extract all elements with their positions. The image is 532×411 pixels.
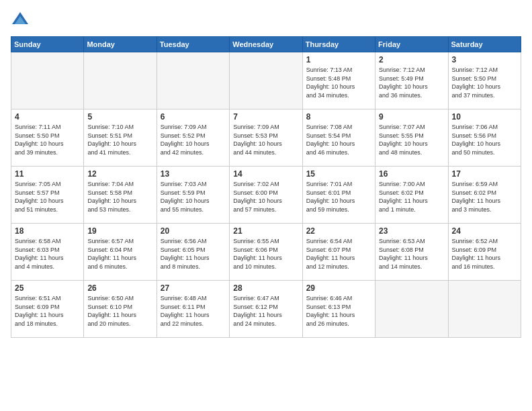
day-info: Sunrise: 7:05 AMSunset: 5:57 PMDaylight:… — [15, 180, 80, 214]
calendar-cell: 11Sunrise: 7:05 AMSunset: 5:57 PMDayligh… — [11, 167, 84, 224]
day-number: 1 — [306, 55, 371, 64]
calendar-cell: 23Sunrise: 6:53 AMSunset: 6:08 PMDayligh… — [375, 224, 448, 281]
day-info: Sunrise: 7:13 AMSunset: 5:48 PMDaylight:… — [306, 66, 371, 99]
day-info: Sunrise: 6:56 AMSunset: 6:05 PMDaylight:… — [161, 237, 226, 271]
calendar-cell: 9Sunrise: 7:07 AMSunset: 5:55 PMDaylight… — [375, 109, 448, 167]
day-number: 6 — [161, 112, 226, 122]
calendar-cell — [84, 52, 157, 109]
calendar-cell: 22Sunrise: 6:54 AMSunset: 6:07 PMDayligh… — [302, 224, 375, 281]
calendar-cell: 27Sunrise: 6:48 AMSunset: 6:11 PMDayligh… — [157, 281, 229, 338]
calendar-cell: 8Sunrise: 7:08 AMSunset: 5:54 PMDaylight… — [302, 109, 375, 167]
day-number: 23 — [379, 226, 444, 236]
day-number: 9 — [379, 112, 444, 122]
day-info: Sunrise: 7:03 AMSunset: 5:59 PMDaylight:… — [161, 180, 226, 214]
day-number: 19 — [87, 226, 152, 236]
calendar-cell: 19Sunrise: 6:57 AMSunset: 6:04 PMDayligh… — [84, 224, 157, 281]
day-info: Sunrise: 7:07 AMSunset: 5:55 PMDaylight:… — [379, 123, 444, 156]
day-number: 11 — [15, 169, 80, 179]
day-info: Sunrise: 6:51 AMSunset: 6:09 PMDaylight:… — [15, 294, 80, 328]
day-number: 8 — [306, 112, 371, 122]
day-info: Sunrise: 6:57 AMSunset: 6:04 PMDaylight:… — [87, 237, 152, 271]
day-info: Sunrise: 6:50 AMSunset: 6:10 PMDaylight:… — [87, 294, 152, 328]
calendar-cell: 13Sunrise: 7:03 AMSunset: 5:59 PMDayligh… — [157, 167, 229, 224]
week-row-5: 25Sunrise: 6:51 AMSunset: 6:09 PMDayligh… — [11, 281, 521, 338]
day-info: Sunrise: 6:53 AMSunset: 6:08 PMDaylight:… — [379, 237, 444, 271]
calendar-cell: 25Sunrise: 6:51 AMSunset: 6:09 PMDayligh… — [11, 281, 84, 338]
day-info: Sunrise: 7:00 AMSunset: 6:02 PMDaylight:… — [379, 180, 444, 214]
day-info: Sunrise: 7:01 AMSunset: 6:01 PMDaylight:… — [306, 180, 371, 214]
calendar-cell: 26Sunrise: 6:50 AMSunset: 6:10 PMDayligh… — [84, 281, 157, 338]
day-number: 21 — [233, 226, 298, 236]
day-info: Sunrise: 7:09 AMSunset: 5:53 PMDaylight:… — [233, 123, 298, 156]
calendar-cell — [230, 52, 302, 109]
day-number: 12 — [87, 169, 152, 179]
calendar-cell: 18Sunrise: 6:58 AMSunset: 6:03 PMDayligh… — [11, 224, 84, 281]
calendar-cell: 5Sunrise: 7:10 AMSunset: 5:51 PMDaylight… — [84, 109, 157, 167]
day-info: Sunrise: 6:54 AMSunset: 6:07 PMDaylight:… — [306, 237, 371, 271]
week-row-3: 11Sunrise: 7:05 AMSunset: 5:57 PMDayligh… — [11, 167, 521, 224]
calendar-cell: 21Sunrise: 6:55 AMSunset: 6:06 PMDayligh… — [230, 224, 302, 281]
day-number: 15 — [306, 169, 371, 179]
day-number: 27 — [161, 283, 226, 293]
calendar-cell: 2Sunrise: 7:12 AMSunset: 5:49 PMDaylight… — [375, 52, 448, 109]
day-info: Sunrise: 6:52 AMSunset: 6:09 PMDaylight:… — [452, 237, 517, 271]
calendar-cell — [448, 281, 521, 338]
day-info: Sunrise: 7:02 AMSunset: 6:00 PMDaylight:… — [233, 180, 298, 214]
day-header-tuesday: Tuesday — [157, 37, 229, 52]
calendar-cell: 15Sunrise: 7:01 AMSunset: 6:01 PMDayligh… — [302, 167, 375, 224]
calendar-cell: 24Sunrise: 6:52 AMSunset: 6:09 PMDayligh… — [448, 224, 521, 281]
day-info: Sunrise: 7:09 AMSunset: 5:52 PMDaylight:… — [161, 123, 226, 156]
day-info: Sunrise: 6:48 AMSunset: 6:11 PMDaylight:… — [161, 294, 226, 328]
day-info: Sunrise: 7:06 AMSunset: 5:56 PMDaylight:… — [452, 123, 517, 156]
calendar-header-row: SundayMondayTuesdayWednesdayThursdayFrid… — [11, 37, 521, 52]
day-info: Sunrise: 7:12 AMSunset: 5:50 PMDaylight:… — [452, 66, 517, 99]
day-number: 4 — [15, 112, 80, 122]
day-number: 5 — [87, 112, 152, 122]
day-info: Sunrise: 7:08 AMSunset: 5:54 PMDaylight:… — [306, 123, 371, 156]
calendar-cell: 7Sunrise: 7:09 AMSunset: 5:53 PMDaylight… — [230, 109, 302, 167]
day-number: 3 — [452, 55, 517, 64]
page-header — [11, 11, 521, 30]
day-info: Sunrise: 7:10 AMSunset: 5:51 PMDaylight:… — [87, 123, 152, 156]
week-row-4: 18Sunrise: 6:58 AMSunset: 6:03 PMDayligh… — [11, 224, 521, 281]
day-header-friday: Friday — [375, 37, 448, 52]
day-header-sunday: Sunday — [11, 37, 84, 52]
calendar-cell: 14Sunrise: 7:02 AMSunset: 6:00 PMDayligh… — [230, 167, 302, 224]
day-number: 26 — [87, 283, 152, 293]
day-info: Sunrise: 7:04 AMSunset: 5:58 PMDaylight:… — [87, 180, 152, 214]
day-number: 7 — [233, 112, 298, 122]
day-number: 16 — [379, 169, 444, 179]
calendar-cell: 12Sunrise: 7:04 AMSunset: 5:58 PMDayligh… — [84, 167, 157, 224]
day-number: 14 — [233, 169, 298, 179]
logo-icon — [11, 11, 30, 30]
calendar-cell — [375, 281, 448, 338]
day-number: 25 — [15, 283, 80, 293]
calendar-cell: 17Sunrise: 6:59 AMSunset: 6:02 PMDayligh… — [448, 167, 521, 224]
day-number: 20 — [161, 226, 226, 236]
week-row-2: 4Sunrise: 7:11 AMSunset: 5:50 PMDaylight… — [11, 109, 521, 167]
day-info: Sunrise: 7:12 AMSunset: 5:49 PMDaylight:… — [379, 66, 444, 99]
logo — [11, 11, 32, 30]
day-number: 17 — [452, 169, 517, 179]
calendar-cell — [11, 52, 84, 109]
day-info: Sunrise: 6:46 AMSunset: 6:13 PMDaylight:… — [306, 294, 371, 328]
day-header-monday: Monday — [84, 37, 157, 52]
day-info: Sunrise: 7:11 AMSunset: 5:50 PMDaylight:… — [15, 123, 80, 156]
calendar-cell: 20Sunrise: 6:56 AMSunset: 6:05 PMDayligh… — [157, 224, 229, 281]
day-number: 28 — [233, 283, 298, 293]
calendar-table: SundayMondayTuesdayWednesdayThursdayFrid… — [11, 36, 521, 338]
day-header-thursday: Thursday — [302, 37, 375, 52]
day-info: Sunrise: 6:47 AMSunset: 6:12 PMDaylight:… — [233, 294, 298, 328]
calendar-cell: 29Sunrise: 6:46 AMSunset: 6:13 PMDayligh… — [302, 281, 375, 338]
calendar-cell: 6Sunrise: 7:09 AMSunset: 5:52 PMDaylight… — [157, 109, 229, 167]
calendar-cell: 3Sunrise: 7:12 AMSunset: 5:50 PMDaylight… — [448, 52, 521, 109]
day-number: 29 — [306, 283, 371, 293]
day-number: 2 — [379, 55, 444, 64]
day-number: 10 — [452, 112, 517, 122]
calendar-cell: 28Sunrise: 6:47 AMSunset: 6:12 PMDayligh… — [230, 281, 302, 338]
day-number: 24 — [452, 226, 517, 236]
day-number: 22 — [306, 226, 371, 236]
calendar-cell: 16Sunrise: 7:00 AMSunset: 6:02 PMDayligh… — [375, 167, 448, 224]
day-info: Sunrise: 6:55 AMSunset: 6:06 PMDaylight:… — [233, 237, 298, 271]
day-info: Sunrise: 6:58 AMSunset: 6:03 PMDaylight:… — [15, 237, 80, 271]
